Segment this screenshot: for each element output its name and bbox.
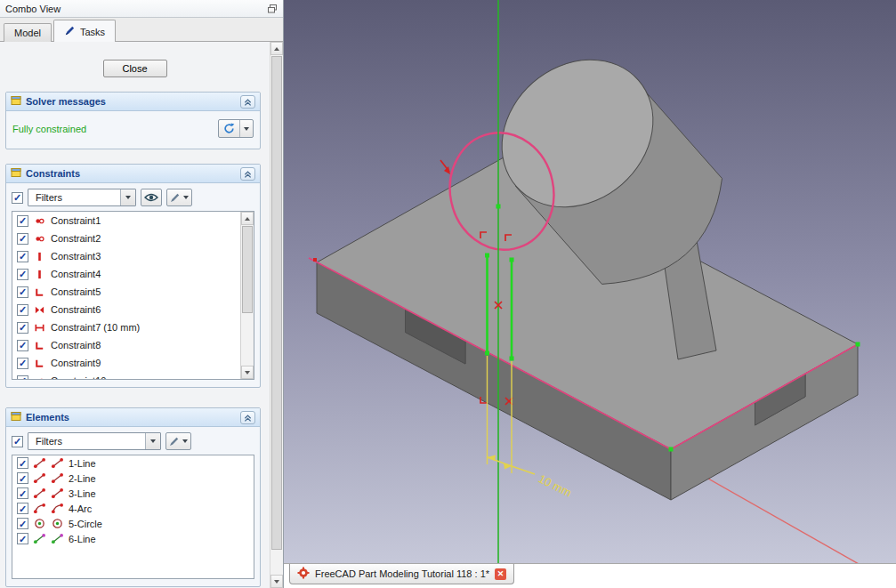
row-checkbox[interactable]: ✓ xyxy=(17,518,28,529)
update-solver-button[interactable] xyxy=(218,119,254,138)
scrollbar-up-button[interactable] xyxy=(270,42,283,55)
task-section-icon xyxy=(11,95,21,108)
row-checkbox[interactable]: ✓ xyxy=(17,304,28,316)
angle-icon xyxy=(33,358,46,369)
element-row[interactable]: ✓5-Circle xyxy=(12,516,254,531)
row-checkbox[interactable]: ✓ xyxy=(17,375,28,381)
constraint-label: Constraint9 xyxy=(51,358,101,368)
3d-scene[interactable]: 10 mm xyxy=(284,0,896,563)
row-checkbox[interactable]: ✓ xyxy=(17,358,28,369)
line2-icon xyxy=(33,533,46,544)
vertical-icon xyxy=(33,269,46,280)
chevron-down-icon[interactable] xyxy=(239,120,253,137)
angle-icon xyxy=(33,340,46,351)
constraint-label: Constraint7 (10 mm) xyxy=(51,322,140,333)
constraint-label: Constraint4 xyxy=(51,269,101,279)
constraint-row[interactable]: ✓Constraint3 xyxy=(12,247,254,265)
combo-view-titlebar[interactable]: Combo View xyxy=(0,0,283,18)
constraint-row[interactable]: ✓Constraint7 (10 mm) xyxy=(12,318,254,336)
elements-filter-combobox[interactable]: Filters xyxy=(28,432,161,450)
row-checkbox[interactable]: ✓ xyxy=(17,286,28,298)
constraint-row[interactable]: ✓Constraint1 xyxy=(12,212,254,230)
row-checkbox[interactable]: ✓ xyxy=(17,215,28,227)
scrollbar-down-button[interactable] xyxy=(241,366,254,379)
show-all-constraints-checkbox[interactable]: ✓ xyxy=(12,192,23,204)
element-row[interactable]: ✓2-Line xyxy=(12,471,254,486)
task-panel: Close Solver messages xyxy=(0,42,270,588)
element-row[interactable]: ✓4-Arc xyxy=(12,501,254,516)
element-row[interactable]: ✓3-Line xyxy=(12,486,254,501)
symmetry-icon xyxy=(33,304,46,316)
scrollbar-thumb[interactable] xyxy=(242,226,253,313)
constraints-scrollbar[interactable] xyxy=(240,212,254,379)
constraint-label: Constraint3 xyxy=(51,251,101,262)
task-section-icon xyxy=(11,411,21,423)
scrollbar-down-button[interactable] xyxy=(270,575,283,588)
sketch-point-red xyxy=(313,258,317,262)
constraint-row[interactable]: ✓Constraint4 xyxy=(12,265,254,283)
elements-header[interactable]: Elements xyxy=(6,408,260,427)
vertical-icon xyxy=(33,251,46,262)
constraint-row[interactable]: ✓Constraint10 xyxy=(12,372,254,380)
element-label: 6-Line xyxy=(69,534,96,544)
row-checkbox[interactable]: ✓ xyxy=(17,487,28,499)
constraints-header[interactable]: Constraints xyxy=(6,165,260,183)
document-tab[interactable]: FreeCAD Part Modeling Tutorial 118 : 1* … xyxy=(289,564,514,584)
coincident-icon xyxy=(33,215,46,227)
arc-icon xyxy=(33,503,46,514)
row-checkbox[interactable]: ✓ xyxy=(17,503,28,514)
section-title: Constraints xyxy=(26,168,80,179)
float-panel-icon[interactable] xyxy=(267,4,278,14)
solver-messages-header[interactable]: Solver messages xyxy=(6,93,260,111)
element-row[interactable]: ✓6-Line xyxy=(12,531,254,546)
constraint-label: Constraint1 xyxy=(51,215,101,226)
collapse-section-button[interactable] xyxy=(240,167,255,181)
circle-icon xyxy=(33,518,46,529)
chevron-down-icon[interactable] xyxy=(145,433,160,449)
row-checkbox[interactable]: ✓ xyxy=(17,457,28,469)
combo-view-panel: Combo View Model Tasks xyxy=(0,0,284,588)
refresh-icon xyxy=(219,120,239,137)
constraint-label: Constraint5 xyxy=(51,286,101,297)
scrollbar-up-button[interactable] xyxy=(241,212,254,225)
dimension-label[interactable]: 10 mm xyxy=(537,471,574,499)
panel-scrollbar[interactable] xyxy=(270,42,283,588)
chevron-down-icon xyxy=(183,196,189,199)
row-checkbox[interactable]: ✓ xyxy=(17,340,28,351)
collapse-section-button[interactable] xyxy=(240,95,255,109)
constraint-row[interactable]: ✓Constraint2 xyxy=(12,230,254,247)
tab-tasks[interactable]: Tasks xyxy=(53,20,116,42)
constraints-list[interactable]: ✓Constraint1✓Constraint2✓Constraint3✓Con… xyxy=(12,211,254,380)
element-label: 5-Circle xyxy=(69,519,102,529)
element-row[interactable]: ✓1-Line xyxy=(12,455,254,471)
constraint-settings-button[interactable] xyxy=(166,189,192,206)
line-icon xyxy=(51,457,64,469)
3d-viewport: 10 mm FreeCAD Part Modeling Tutorial 118… xyxy=(284,0,896,588)
chevron-down-icon[interactable] xyxy=(120,189,135,205)
constraints-filter-combobox[interactable]: Filters xyxy=(28,189,136,206)
collapse-section-button[interactable] xyxy=(240,411,255,424)
row-checkbox[interactable]: ✓ xyxy=(17,533,28,544)
row-checkbox[interactable]: ✓ xyxy=(17,233,28,245)
tab-close-icon[interactable]: ✕ xyxy=(495,568,506,580)
constraint-label: Constraint2 xyxy=(51,233,101,244)
row-checkbox[interactable]: ✓ xyxy=(17,322,28,334)
close-button[interactable]: Close xyxy=(103,60,167,77)
solver-status: Fully constrained xyxy=(12,124,86,134)
elements-list[interactable]: ✓1-Line✓2-Line✓3-Line✓4-Arc✓5-Circle✓6-L… xyxy=(12,455,254,579)
document-tab-label: FreeCAD Part Modeling Tutorial 118 : 1* xyxy=(315,568,489,579)
constraint-row[interactable]: ✓Constraint9 xyxy=(12,354,254,372)
row-checkbox[interactable]: ✓ xyxy=(17,269,28,280)
tab-model[interactable]: Model xyxy=(4,23,52,42)
row-checkbox[interactable]: ✓ xyxy=(17,251,28,262)
constraint-row[interactable]: ✓Constraint5 xyxy=(12,283,254,301)
show-hide-constraints-button[interactable] xyxy=(141,189,162,206)
section-title: Solver messages xyxy=(26,96,106,107)
pen-icon xyxy=(64,25,76,38)
constraint-row[interactable]: ✓Constraint6 xyxy=(12,301,254,318)
row-checkbox[interactable]: ✓ xyxy=(17,472,28,484)
constraint-row[interactable]: ✓Constraint8 xyxy=(12,336,254,354)
show-all-elements-checkbox[interactable]: ✓ xyxy=(12,436,23,447)
scrollbar-thumb[interactable] xyxy=(271,56,282,550)
element-settings-button[interactable] xyxy=(165,432,191,450)
